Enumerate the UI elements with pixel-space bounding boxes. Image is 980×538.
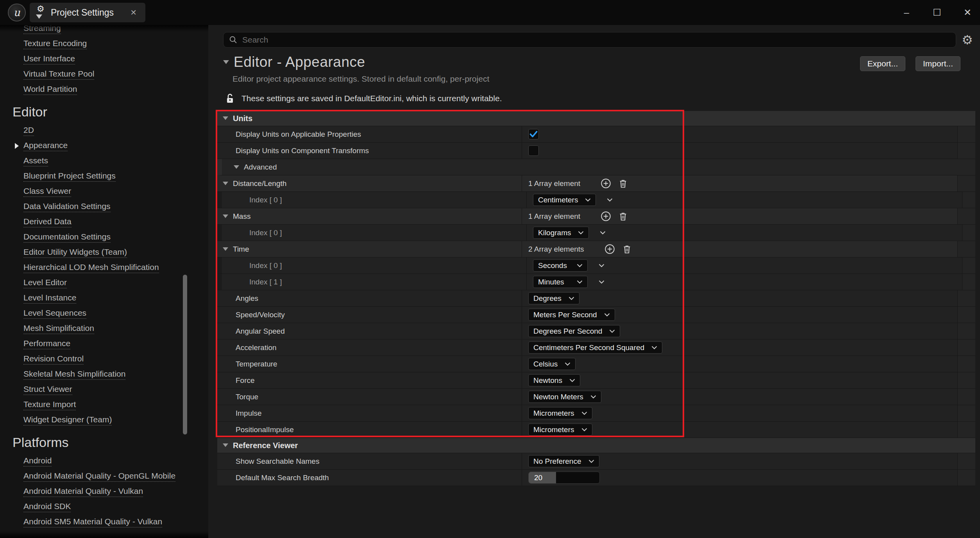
- checkbox-display-units-on-component-transforms[interactable]: [528, 145, 539, 156]
- dropdown-torque[interactable]: Newton Meters: [528, 391, 601, 403]
- sidebar-item-revision-control[interactable]: Revision Control: [0, 352, 208, 367]
- maximize-button[interactable]: ☐: [930, 7, 944, 18]
- sidebar-list: StreamingTexture EncodingUser InterfaceV…: [0, 25, 208, 530]
- row-index-0-: Index [ 0 ]Seconds: [217, 257, 975, 274]
- element-options-chevron-icon[interactable]: [599, 264, 604, 267]
- export-button[interactable]: Export...: [860, 56, 905, 71]
- section-triangle-icon[interactable]: [223, 443, 228, 447]
- close-button[interactable]: ✕: [960, 7, 975, 18]
- element-options-chevron-icon[interactable]: [607, 198, 613, 202]
- import-button[interactable]: Import...: [916, 56, 960, 71]
- array-count: 1 Array element: [528, 179, 580, 188]
- sidebar-item-derived-data[interactable]: Derived Data: [0, 214, 208, 230]
- sidebar-item-blueprint-project-settings[interactable]: Blueprint Project Settings: [0, 169, 208, 184]
- chevron-down-icon: [565, 362, 570, 366]
- sidebar-item-mesh-simplification[interactable]: Mesh Simplification: [0, 321, 208, 336]
- tab-close-icon[interactable]: ✕: [128, 7, 139, 18]
- property-label: PositionalImpulse: [236, 425, 294, 434]
- sidebar-item-streaming[interactable]: Streaming: [0, 25, 208, 36]
- property-label: Angular Speed: [236, 327, 285, 336]
- project-settings-window: u ⚙ Project Settings ✕ – ☐ ✕ StreamingTe…: [0, 0, 980, 538]
- settings-gear-icon[interactable]: ⚙: [962, 32, 973, 47]
- chevron-down-icon: [604, 313, 610, 316]
- chevron-down-icon: [585, 198, 591, 202]
- dropdown-acceleration[interactable]: Centimeters Per Second Squared: [528, 341, 662, 354]
- sidebar-item-android[interactable]: Android: [0, 454, 208, 469]
- array-triangle-icon[interactable]: [223, 182, 228, 186]
- sidebar-item-assets[interactable]: Assets: [0, 154, 208, 169]
- sidebar-item-texture-encoding[interactable]: Texture Encoding: [0, 36, 208, 52]
- dropdown-impulse[interactable]: Micrometers: [528, 407, 592, 419]
- dropdown-angular-speed[interactable]: Degrees Per Second: [528, 325, 620, 337]
- row-reference-viewer[interactable]: Reference Viewer: [217, 438, 975, 453]
- sidebar-item-widget-designer-team-[interactable]: Widget Designer (Team): [0, 413, 208, 428]
- sidebar-item-android-sdk[interactable]: Android SDK: [0, 499, 208, 515]
- search-input[interactable]: [242, 35, 950, 45]
- sidebar-item-performance[interactable]: Performance: [0, 336, 208, 352]
- dropdown-show-searchable-names[interactable]: No Preference: [528, 455, 599, 467]
- delete-array-button[interactable]: [622, 244, 632, 254]
- search-bar[interactable]: [223, 32, 956, 48]
- delete-array-button[interactable]: [618, 211, 628, 222]
- sidebar-item-appearance[interactable]: Appearance: [0, 138, 208, 154]
- dropdown-temperature[interactable]: Celsius: [528, 358, 576, 370]
- minimize-button[interactable]: –: [900, 7, 914, 18]
- unit-dropdown-minutes[interactable]: Minutes: [533, 276, 588, 288]
- spinbox-default-max-search-breadth[interactable]: 20: [528, 472, 600, 484]
- sidebar-scrollbar[interactable]: [183, 275, 187, 434]
- property-label: Force: [236, 376, 255, 385]
- row-speed-velocity: Speed/VelocityMeters Per Second: [217, 307, 975, 323]
- sidebar-item-level-sequences[interactable]: Level Sequences: [0, 306, 208, 321]
- section-triangle-icon[interactable]: [223, 116, 228, 120]
- element-options-chevron-icon[interactable]: [599, 280, 604, 284]
- sidebar-item-data-validation-settings[interactable]: Data Validation Settings: [0, 199, 208, 214]
- sidebar-item-level-editor[interactable]: Level Editor: [0, 275, 208, 291]
- sidebar-item-class-viewer[interactable]: Class Viewer: [0, 184, 208, 199]
- sidebar-item-texture-import[interactable]: Texture Import: [0, 397, 208, 413]
- row-index-1-: Index [ 1 ]Minutes: [217, 274, 975, 290]
- property-label: Show Searchable Names: [236, 457, 319, 466]
- delete-array-icon: [618, 211, 628, 222]
- property-label: Torque: [236, 393, 258, 401]
- dropdown-positionalimpulse[interactable]: Micrometers: [528, 424, 592, 436]
- add-array-element-button[interactable]: [604, 244, 615, 254]
- dropdown-force[interactable]: Newtons: [528, 374, 580, 386]
- add-array-element-button[interactable]: [601, 178, 611, 189]
- unlock-icon: [226, 93, 234, 104]
- sidebar-item-editor-utility-widgets-team-[interactable]: Editor Utility Widgets (Team): [0, 245, 208, 260]
- sidebar-item-hierarchical-lod-mesh-simplification[interactable]: Hierarchical LOD Mesh Simplification: [0, 260, 208, 275]
- checkbox-display-units-on-applicable-properties[interactable]: [528, 129, 539, 139]
- unit-dropdown-kilograms[interactable]: Kilograms: [533, 227, 589, 239]
- subsection-triangle-icon[interactable]: [234, 165, 239, 169]
- chevron-down-icon: [569, 379, 575, 382]
- sidebar-item-virtual-texture-pool[interactable]: Virtual Texture Pool: [0, 67, 208, 82]
- sidebar-item-documentation-settings[interactable]: Documentation Settings: [0, 230, 208, 245]
- array-triangle-icon[interactable]: [223, 214, 228, 218]
- tab-project-settings[interactable]: ⚙ Project Settings ✕: [30, 3, 145, 22]
- dropdown-speed-velocity[interactable]: Meters Per Second: [528, 309, 615, 321]
- chevron-down-icon: [577, 264, 583, 267]
- array-triangle-icon[interactable]: [223, 247, 228, 251]
- sidebar-item-2d[interactable]: 2D: [0, 123, 208, 138]
- sidebar-item-world-partition[interactable]: World Partition: [0, 82, 208, 97]
- row-advanced[interactable]: Advanced: [217, 159, 975, 175]
- array-count: 2 Array elements: [528, 245, 584, 254]
- delete-array-button[interactable]: [618, 179, 628, 189]
- section-label: Reference Viewer: [233, 441, 298, 450]
- row-units[interactable]: Units: [217, 111, 975, 126]
- chevron-down-icon: [577, 280, 583, 284]
- sidebar-item-android-material-quality-vulkan[interactable]: Android Material Quality - Vulkan: [0, 484, 208, 499]
- sidebar-item-android-sm5-material-quality-vulkan[interactable]: Android SM5 Material Quality - Vulkan: [0, 515, 208, 530]
- add-array-element-button[interactable]: [601, 211, 611, 222]
- sidebar-item-user-interface[interactable]: User Interface: [0, 52, 208, 67]
- collapse-triangle-icon[interactable]: [223, 60, 229, 64]
- dropdown-angles[interactable]: Degrees: [528, 292, 579, 304]
- unit-dropdown-seconds[interactable]: Seconds: [533, 259, 588, 272]
- sidebar-item-struct-viewer[interactable]: Struct Viewer: [0, 382, 208, 397]
- sidebar-item-skeletal-mesh-simplification[interactable]: Skeletal Mesh Simplification: [0, 367, 208, 382]
- element-options-chevron-icon[interactable]: [600, 231, 606, 234]
- sidebar-item-android-material-quality-opengl-mobile[interactable]: Android Material Quality - OpenGL Mobile: [0, 469, 208, 484]
- sidebar-item-level-instance[interactable]: Level Instance: [0, 291, 208, 306]
- unit-dropdown-centimeters[interactable]: Centimeters: [533, 194, 596, 206]
- row-time: Time2 Array elements: [217, 241, 975, 257]
